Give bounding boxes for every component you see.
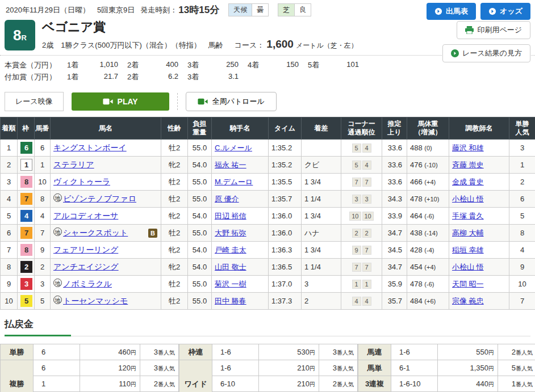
prize-place: 1着: [67, 72, 85, 82]
horse-weight-diff: (+4): [424, 264, 436, 271]
jockey-link[interactable]: 福永 祐一: [215, 161, 246, 169]
trainer-link[interactable]: 藤沢 和雄: [452, 144, 484, 152]
jockey-cell: 原 優介: [212, 191, 269, 208]
last-3f-time: 34.7: [382, 259, 407, 276]
trainer-link[interactable]: 手塚 貴久: [452, 212, 484, 220]
course-distance: 1,600: [266, 38, 294, 50]
jockey-link[interactable]: 大野 拓弥: [215, 229, 246, 237]
trainer-link[interactable]: 宗像 義忠: [452, 297, 484, 305]
horse-name-link[interactable]: アルコディオーサ: [53, 211, 118, 220]
jockey-link[interactable]: 原 優介: [215, 195, 239, 203]
win-favorite: 5: [509, 208, 535, 225]
corner-order: 22: [341, 225, 382, 242]
frame-number-badge: 8: [20, 176, 32, 188]
trainer-link[interactable]: 小桧山 悟: [452, 195, 484, 203]
horse-number: 2: [35, 259, 51, 276]
race-number-suffix: R: [22, 33, 27, 42]
jockey-link[interactable]: 山田 敬士: [215, 263, 246, 271]
trainer-link[interactable]: 小桧山 悟: [452, 263, 484, 271]
corner-order: 77: [341, 174, 382, 191]
video-camera-icon: [103, 98, 113, 105]
time: 1:35.7: [269, 191, 302, 208]
local-horse-mark: 地: [53, 279, 62, 287]
corner-order: 54: [341, 157, 382, 174]
last-3f-time: 35.7: [382, 293, 407, 310]
jockey-link[interactable]: 菊沢 一樹: [215, 280, 246, 288]
wide-favorite: 2番人気: [319, 376, 358, 392]
bracket-amount: 530円: [259, 344, 319, 360]
win-favorite: 2: [509, 174, 535, 191]
prize-place: 5着: [308, 60, 326, 70]
result-guide-button[interactable]: レース結果の見方: [442, 44, 530, 62]
horse-number: 6: [35, 140, 51, 157]
extra-prize-row: 付加賞（万円） 1着 21.7 2着 6.2 3着 3.1: [5, 72, 535, 82]
horse-name-link[interactable]: フェアリーリング: [53, 245, 118, 254]
horse-number: 10: [35, 174, 51, 191]
horse-weight: 478: [410, 195, 423, 203]
trainer-link[interactable]: 金成 貴史: [452, 178, 484, 186]
prize-pair: 5着 101: [308, 60, 368, 70]
patrol-video-button[interactable]: 全周パトロール: [186, 92, 277, 111]
col-horse-name: 馬名: [51, 117, 161, 140]
jockey-link[interactable]: 田中 勝春: [215, 297, 246, 305]
trainer-link[interactable]: 天間 昭一: [452, 280, 484, 288]
carried-weight: 55.0: [188, 174, 212, 191]
prize-pair: 1着 1,010: [67, 60, 127, 70]
place-amount: 120円: [80, 360, 140, 376]
finish-position: 10: [1, 293, 18, 310]
local-horse-mark: 地: [53, 296, 62, 304]
play-button[interactable]: PLAY: [72, 92, 169, 111]
print-page-button[interactable]: 印刷用ページ: [457, 21, 530, 39]
frame-number-badge: 1: [20, 159, 32, 171]
race-title-block: ベゴニア賞 2歳 1勝クラス(500万円以下)（混合）（特指） 馬齢 コース： …: [42, 20, 358, 50]
jockey-cell: 田中 勝春: [212, 293, 269, 310]
quinella-combo: 1-6: [391, 344, 438, 360]
corner-position: 2: [362, 229, 371, 238]
jockey-cell: 大野 拓弥: [212, 225, 269, 242]
jockey-link[interactable]: 田辺 裕信: [215, 212, 246, 220]
win-favorite: 6: [509, 191, 535, 208]
trio-combo: 1-6-10: [391, 376, 438, 392]
trainer-link[interactable]: 斉藤 崇史: [452, 161, 484, 169]
weather-value: 曇: [252, 4, 268, 16]
horse-name-link[interactable]: ヴィクトゥーラ: [53, 177, 110, 186]
win-combo: 6: [34, 344, 80, 360]
horse-weight: 478: [410, 280, 423, 288]
time: 1:36.0: [269, 225, 302, 242]
trainer-cell: 宗像 義忠: [449, 293, 509, 310]
trainer-link[interactable]: 稲垣 幸雄: [452, 246, 484, 254]
horse-weight-cell: 428 (-4): [407, 242, 449, 259]
corner-order: 97: [341, 242, 382, 259]
col-finish-position: 着順: [1, 117, 18, 140]
win-favorite: 10: [509, 276, 535, 293]
frame-cell: 8: [18, 174, 35, 191]
odds-button[interactable]: オッズ: [480, 3, 530, 20]
jockey-link[interactable]: C.ルメール: [215, 144, 252, 152]
circle-arrow-icon: [488, 7, 496, 15]
horse-name-link[interactable]: シャークスポット: [63, 228, 128, 237]
place-favorite: 3番人気: [140, 360, 179, 376]
corner-position: 5: [352, 161, 361, 170]
horse-name-link[interactable]: ノボミラクル: [63, 279, 112, 288]
horse-name-link[interactable]: ビゾンテノブファロ: [63, 194, 136, 203]
prize-amount: 250: [206, 60, 248, 70]
horse-name-link[interactable]: キングストンボーイ: [53, 143, 127, 152]
col-win-favorite: 単勝 人気: [509, 117, 535, 140]
col-time: タイム: [269, 117, 302, 140]
exacta-amount: 1,350円: [438, 360, 498, 376]
results-header-row: 着順 枠 馬番 馬名 性齢 負担 重量 騎手名 タイム 着差 コーナー 通過順位…: [1, 117, 535, 140]
horse-name-link[interactable]: トーセンマッシモ: [63, 296, 128, 305]
corner-position: 4: [362, 297, 371, 306]
horse-name-link[interactable]: アンチエイジング: [53, 262, 119, 271]
horse-weight: 484: [410, 297, 423, 305]
win-favorite: 7: [509, 293, 535, 310]
jockey-link[interactable]: 戸崎 圭太: [215, 246, 246, 254]
prize-amount: 1,010: [85, 60, 127, 70]
entry-table-button[interactable]: 出馬表: [427, 3, 476, 20]
track-label: 芝: [278, 4, 295, 16]
horse-name-link[interactable]: ステラリア: [53, 160, 94, 169]
frame-cell: 1: [18, 157, 35, 174]
frame-number-badge: 8: [20, 244, 32, 256]
trainer-link[interactable]: 高柳 大輔: [452, 229, 484, 237]
jockey-link[interactable]: M.デムーロ: [215, 178, 253, 186]
